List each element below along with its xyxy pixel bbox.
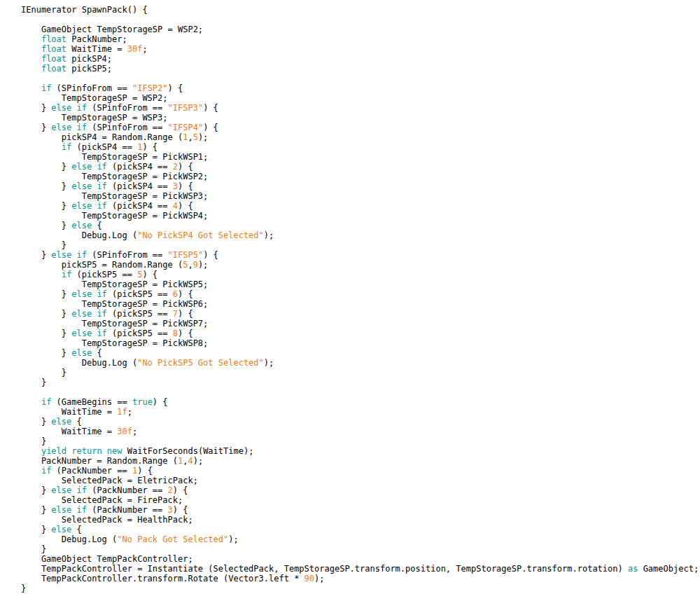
code-text: WaitForSeconds(WaitTime);: [122, 446, 254, 456]
code-text: {: [92, 348, 102, 358]
code-text: (pickSP5 ==: [71, 270, 137, 279]
code-line: }: [21, 544, 700, 554]
code-literal: "IFSP4": [168, 123, 204, 132]
code-text: (pickSP5 ==: [107, 289, 173, 299]
code-line: [21, 387, 700, 397]
code-line: } else if (SPinfoFrom == "IFSP5") {: [21, 250, 700, 260]
code-text: }: [21, 240, 66, 250]
code-line: } else {: [21, 348, 700, 358]
code-text: SelectedPack = FirePack;: [21, 495, 183, 505]
code-keyword: else: [71, 221, 92, 230]
code-literal: "IFSP5": [168, 250, 204, 260]
code-keyword: if: [97, 181, 106, 191]
code-text: }: [21, 103, 51, 113]
code-literal: 3: [173, 181, 178, 191]
code-text: }: [21, 250, 51, 260]
code-line: TempStorageSP = PickWSP2;: [21, 172, 700, 181]
code-text: ) {: [142, 270, 158, 279]
code-text: ) {: [178, 201, 193, 211]
code-text: [21, 446, 41, 456]
code-text: TempStorageSP = PickWSP5;: [21, 279, 208, 289]
code-text: );: [264, 358, 274, 368]
code-literal: 2: [168, 485, 173, 495]
code-text: (SPinfoFrom ==: [87, 123, 168, 132]
code-text: );: [314, 574, 324, 583]
code-text: TempStorageSP = PickWSP6;: [21, 299, 208, 309]
code-text: TempStorageSP = PickWSP7;: [21, 319, 208, 329]
code-text: {: [71, 525, 81, 534]
code-line: TempStorageSP = PickWSP5;: [21, 279, 700, 289]
code-keyword: else: [71, 348, 92, 358]
code-text: (pickSP4 ==: [107, 181, 173, 191]
code-editor: IEnumerator SpawnPack() { GameObject Tem…: [0, 0, 700, 601]
code-line: [21, 74, 700, 83]
code-text: ) {: [178, 289, 193, 299]
code-keyword: if: [97, 162, 106, 172]
code-text: WaitTime =: [21, 407, 117, 417]
code-keyword: yield: [41, 446, 66, 456]
code-line: } else if (pickSP5 == 6) {: [21, 289, 700, 299]
code-text: }: [21, 221, 71, 230]
code-line: Debug.Log ("No PickSP5 Got Selected");: [21, 358, 700, 368]
code-line: SelectedPack = HealthPack;: [21, 515, 700, 525]
code-text: [71, 250, 76, 260]
code-literal: 5: [193, 132, 198, 142]
code-keyword: true: [132, 397, 153, 407]
code-keyword: else: [51, 103, 71, 113]
code-line: } else if (pickSP5 == 7) {: [21, 309, 700, 319]
code-text: IEnumerator SpawnPack() {: [21, 5, 148, 15]
code-text: }: [21, 583, 26, 593]
code-line: PackNumber = Random.Range (1,4);: [21, 456, 700, 466]
code-literal: 7: [173, 309, 178, 319]
code-text: }: [21, 378, 46, 387]
code-keyword: else: [51, 417, 71, 427]
code-keyword: if: [97, 329, 106, 338]
code-text: WaitTime =: [66, 44, 127, 54]
code-literal: 90: [304, 574, 314, 583]
code-text: (pickSP4 ==: [71, 142, 137, 152]
code-keyword: return: [71, 446, 102, 456]
code-keyword: else: [71, 329, 92, 338]
code-text: }: [21, 309, 71, 319]
code-text: );: [193, 456, 203, 466]
code-text: pickSP4 = Random.Range (: [21, 132, 183, 142]
code-literal: 30f: [117, 427, 132, 436]
code-text: );: [198, 132, 208, 142]
code-line: } else if (pickSP4 == 4) {: [21, 201, 700, 211]
code-line: SelectedPack = FirePack;: [21, 495, 700, 505]
code-text: ) {: [178, 309, 193, 319]
code-text: ) {: [203, 103, 218, 113]
code-line: } else {: [21, 525, 700, 534]
code-text: [102, 446, 107, 456]
code-literal: "No PickSP5 Got Selected": [137, 358, 264, 368]
code-keyword: else: [51, 485, 71, 495]
code-text: }: [21, 436, 46, 446]
code-line: if (SPinfoFrom == "IFSP2") {: [21, 83, 700, 93]
code-line: } else {: [21, 221, 700, 230]
code-text: (SPinfoFrom ==: [87, 250, 168, 260]
code-text: ) {: [178, 329, 193, 338]
code-text: }: [21, 505, 51, 515]
code-text: (SPinfoFrom ==: [51, 83, 132, 93]
code-listing: IEnumerator SpawnPack() { GameObject Tem…: [0, 0, 700, 593]
code-line: } else if (pickSP5 == 8) {: [21, 329, 700, 338]
code-literal: 2: [173, 162, 178, 172]
code-line: } else if (PackNumber == 3) {: [21, 505, 700, 515]
code-keyword: float: [41, 54, 66, 64]
code-line: Debug.Log ("No Pack Got Selected");: [21, 534, 700, 544]
code-text: (SPinfoFrom ==: [87, 103, 168, 113]
code-text: ) {: [137, 466, 153, 476]
code-text: [21, 34, 41, 44]
code-text: }: [21, 329, 71, 338]
code-line: pickSP5 = Random.Range (5,9);: [21, 260, 700, 270]
code-text: ;: [127, 407, 132, 417]
code-line: if (pickSP4 == 1) {: [21, 142, 700, 152]
code-line: } else {: [21, 417, 700, 427]
code-keyword: if: [77, 250, 87, 260]
code-text: {: [92, 221, 102, 230]
code-line: WaitTime = 30f;: [21, 427, 700, 436]
code-text: PackNumber = Random.Range (: [21, 456, 178, 466]
code-text: TempStorageSP = WSP2;: [21, 93, 168, 103]
code-text: TempPackController.transform.Rotate (Vec…: [21, 574, 304, 583]
code-line: float pickSP5;: [21, 64, 700, 74]
